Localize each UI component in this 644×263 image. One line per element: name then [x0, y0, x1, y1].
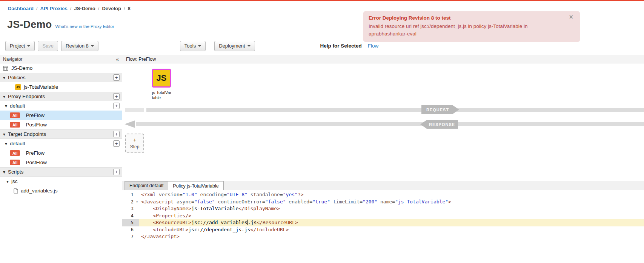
code-token — [141, 220, 153, 225]
sidebar-item-label: Scripts — [8, 169, 23, 175]
code-token: enabled= — [286, 199, 312, 205]
code-token: continueOnError= — [215, 199, 265, 205]
line-number: 2▾ — [122, 198, 139, 206]
help-topic-link[interactable]: Flow — [368, 43, 379, 49]
add-step-button[interactable]: + Step — [125, 134, 144, 153]
save-button[interactable]: Save — [38, 41, 58, 51]
error-banner: Error Deploying Revision 8 to test Inval… — [363, 11, 580, 42]
response-arrow-icon — [124, 120, 135, 128]
chevron-down-icon[interactable]: ▾ — [3, 132, 5, 137]
whats-new-link[interactable]: What's new in the Proxy Editor — [55, 24, 114, 29]
chevron-down-icon — [247, 45, 251, 47]
breadcrumb-item-api-proxies[interactable]: API Proxies — [40, 6, 68, 11]
sidebar-item-label: add_variables.js — [21, 188, 58, 194]
tools-menu-label: Tools — [184, 43, 196, 49]
help-for-selected-label: Help for Selected — [320, 43, 362, 49]
main-split: Navigator « JS-Demo▾Policies+JSjs-TotalV… — [0, 55, 644, 263]
error-banner-message: Invalid resource url ref jsc://dependent… — [369, 23, 567, 38]
all-badge: All — [10, 122, 20, 128]
request-flow-bar — [146, 108, 644, 112]
navigator-panel: Navigator « JS-Demo▾Policies+JSjs-TotalV… — [0, 55, 122, 263]
code-line-6: 6 <IncludeURL>jsc://dependent_js.js</Inc… — [122, 226, 644, 234]
revision-menu-label: Revision 8 — [66, 43, 89, 49]
chevron-down-icon[interactable]: ▾ — [3, 94, 5, 99]
code-line-3: 3 <DisplayName>js-TotalVariable</Display… — [122, 205, 644, 212]
sidebar-item-label: Policies — [8, 75, 26, 80]
sidebar-item-js-demo[interactable]: JS-Demo — [0, 63, 122, 73]
all-badge: All — [10, 150, 20, 156]
editor-tabs: Endpoint defaultPolicy js-TotalVariable — [122, 181, 644, 190]
sidebar-item-preflow[interactable]: AllPreFlow — [0, 148, 122, 158]
add-button[interactable]: + — [113, 169, 120, 175]
add-button[interactable]: + — [113, 74, 120, 81]
sidebar-item-target-endpoints[interactable]: ▾Target Endpoints+ — [0, 129, 122, 139]
sidebar-item-scripts[interactable]: ▾Scripts+ — [0, 167, 122, 177]
sidebar-item-postflow[interactable]: AllPostFlow — [0, 158, 122, 167]
code-token: js-TotalVariable — [191, 206, 238, 211]
sidebar-item-jsc[interactable]: ▾jsc — [0, 177, 122, 186]
add-step-label: Step — [130, 144, 140, 149]
add-button[interactable]: + — [113, 140, 120, 147]
add-button[interactable]: + — [113, 131, 120, 137]
code-token: jsc://add_variables — [191, 220, 247, 225]
code-token: encoding= — [197, 192, 227, 197]
sidebar-item-label: Proxy Endpoints — [8, 94, 45, 99]
collapse-sidebar-icon[interactable]: « — [116, 56, 119, 62]
sidebar-item-js-totalvariable[interactable]: JSjs-TotalVariable — [0, 82, 122, 92]
line-number: 5 — [122, 219, 139, 226]
flow-canvas: JS js-TotalVariable REQUEST RESPONSE + S… — [122, 63, 644, 181]
code-line-content[interactable]: <?xml version="1.0" encoding="UTF-8" sta… — [139, 191, 644, 198]
code-token — [141, 213, 153, 218]
code-line-content[interactable]: <IncludeURL>jsc://dependent_js.js</Inclu… — [139, 226, 644, 234]
add-button[interactable]: + — [113, 93, 120, 100]
sidebar-item-add-variables-js[interactable]: add_variables.js — [0, 186, 122, 195]
navigator-title: Navigator — [3, 57, 116, 62]
code-token: <IncludeURL> — [153, 227, 188, 232]
code-token: jsc://dependent_js.js — [188, 227, 250, 232]
code-line-content[interactable]: <ResourceURL>jsc://add_variables.js</Res… — [139, 219, 644, 226]
line-number: 6 — [122, 226, 139, 234]
code-token: <Properties/> — [153, 213, 191, 218]
code-line-content[interactable]: </Javascript> — [139, 233, 644, 240]
code-line-content[interactable]: <Properties/> — [139, 212, 644, 220]
breadcrumb-item-dashboard[interactable]: Dashboard — [8, 6, 34, 11]
close-icon[interactable]: × — [569, 14, 573, 20]
chevron-down-icon[interactable]: ▾ — [5, 141, 7, 146]
tools-menu-button[interactable]: Tools — [180, 41, 206, 51]
chevron-down-icon[interactable]: ▾ — [6, 179, 9, 184]
chevron-down-icon — [198, 45, 201, 47]
sidebar-item-proxy-endpoints[interactable]: ▾Proxy Endpoints+ — [0, 92, 122, 101]
code-line-content[interactable]: <Javascript async="false" continueOnErro… — [139, 198, 644, 206]
breadcrumb-item-develop: Develop — [102, 6, 121, 11]
fold-icon[interactable]: ▾ — [136, 198, 138, 206]
content-panel: Flow: PreFlow JS js-TotalVariable REQUES… — [122, 55, 644, 263]
save-button-label: Save — [42, 43, 54, 49]
tab-endpoint-default[interactable]: Endpoint default — [124, 181, 168, 190]
tab-policy-js-totalvariable[interactable]: Policy js-TotalVariable — [168, 181, 223, 190]
sidebar-item-label: default — [10, 141, 25, 146]
code-line-content[interactable]: <DisplayName>js-TotalVariable</DisplayNa… — [139, 205, 644, 212]
revision-menu-button[interactable]: Revision 8 — [61, 41, 98, 51]
add-button[interactable]: + — [113, 103, 120, 109]
js-policy-icon[interactable]: JS — [152, 69, 171, 88]
sidebar-item-postflow[interactable]: AllPostFlow — [0, 120, 122, 129]
code-area[interactable]: 1<?xml version="1.0" encoding="UTF-8" st… — [122, 190, 644, 263]
sidebar-item-preflow[interactable]: AllPreFlow — [0, 111, 122, 120]
deployment-menu-button[interactable]: Deployment — [214, 41, 255, 51]
chevron-down-icon[interactable]: ▾ — [3, 170, 5, 174]
chevron-down-icon[interactable]: ▾ — [5, 104, 7, 108]
code-token: "js-TotalVariable" — [395, 199, 448, 205]
sidebar-item-default[interactable]: ▾default+ — [0, 101, 122, 111]
sidebar-item-label: PreFlow — [26, 112, 45, 118]
sidebar-item-policies[interactable]: ▾Policies+ — [0, 73, 122, 82]
sidebar-item-default[interactable]: ▾default+ — [0, 139, 122, 148]
breadcrumb-separator: / — [98, 6, 100, 11]
chevron-down-icon — [91, 45, 94, 47]
code-token: ?> — [298, 192, 304, 197]
project-menu-button[interactable]: Project — [5, 41, 35, 51]
error-banner-title: Error Deploying Revision 8 to test — [369, 15, 567, 21]
chevron-down-icon[interactable]: ▾ — [3, 75, 5, 80]
all-badge: All — [10, 112, 20, 118]
code-token: </IncludeURL> — [251, 227, 289, 232]
js-policy-icon: JS — [15, 84, 21, 90]
